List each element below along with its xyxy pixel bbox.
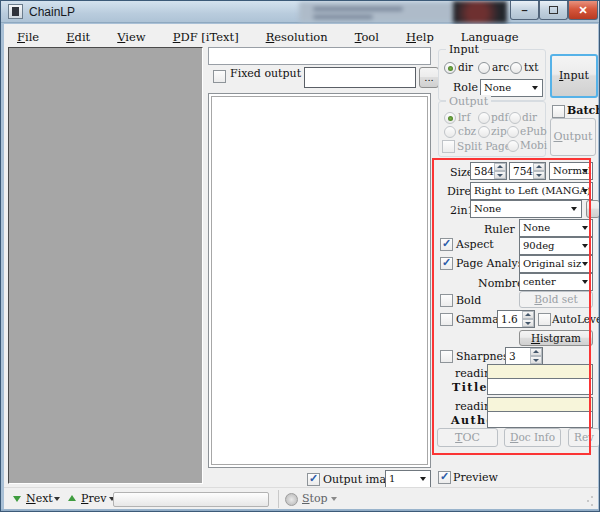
spinner-up-icon[interactable] [533,163,545,171]
batch-label: Batch [567,104,600,117]
aspect-checkbox[interactable]: ✓ [440,238,453,251]
sharpness-checkbox[interactable] [440,350,453,363]
histgram-button[interactable]: Histgram [519,330,593,346]
spinner-down-icon[interactable] [530,356,542,364]
rev-button[interactable]: Rev [568,428,600,447]
gamma-spinner[interactable]: 1.6 [497,310,535,328]
menu-pdf-itext[interactable]: PDF [iText] [170,28,242,46]
size-width-spinner[interactable]: 584 [470,162,507,180]
sharpness-spinner[interactable]: 3 [505,347,543,365]
output-image-checkbox[interactable]: ✓ [307,473,320,486]
spinner-down-icon[interactable] [522,319,534,327]
resize-grip[interactable] [587,500,589,502]
output-epub-radio[interactable] [507,126,519,138]
menu-file[interactable]: File [14,28,42,46]
chevron-down-icon [532,86,538,90]
maximize-button[interactable] [539,1,568,20]
preview-canvas[interactable] [211,96,428,465]
output-cbz-radio[interactable] [444,126,456,138]
spinner-down-icon[interactable] [533,171,545,179]
menu-edit[interactable]: Edit [63,28,93,46]
next-arrow-icon [13,496,21,502]
next-button[interactable]: Next [26,492,53,505]
output-pdf-radio[interactable] [478,112,490,124]
minimize-icon: – [521,4,527,16]
output-button[interactable]: Output [550,118,596,156]
output-path-field[interactable] [208,47,431,65]
menu-view[interactable]: View [114,28,148,46]
title-bar: ChainLP – ✕ [1,1,600,23]
input-arc-radio[interactable] [478,62,490,74]
author-input[interactable] [487,411,593,428]
chevron-down-icon [582,244,588,248]
output-mobi-radio[interactable] [507,140,519,152]
fixed-output-folder-checkbox[interactable] [213,70,226,83]
title-input[interactable] [487,378,593,395]
page-analys-checkbox[interactable]: ✓ [440,257,453,270]
bold-set-button[interactable]: Bold set [519,291,593,308]
output-zip-radio[interactable] [478,126,490,138]
direction-dropdown[interactable]: Right to Left (MANGA) [470,182,593,200]
client-area: File Edit View PDF [iText] Resolution To… [4,24,598,509]
spinner-up-icon[interactable] [494,163,506,171]
fixed-output-folder-input[interactable] [304,67,416,88]
separator [278,490,279,508]
stop-dropdown-icon[interactable] [331,497,337,501]
output-group-title: Output [446,95,491,108]
stop-button[interactable]: Stop [302,492,328,505]
size-mode-dropdown[interactable]: Normal [549,162,593,180]
window-title: ChainLP [29,5,75,19]
chevron-down-icon [420,477,426,481]
output-dir-radio[interactable] [509,112,521,124]
prev-button[interactable]: Prev [81,492,106,505]
input-arc-label: arc [492,61,509,73]
chevron-down-icon [571,207,577,211]
menu-tool[interactable]: Tool [352,28,382,46]
bold-checkbox[interactable] [440,294,453,307]
fixed-output-folder-label: Fixed output folde [230,67,309,80]
toc-button[interactable]: TOC [437,428,498,447]
page-analys-dropdown[interactable]: Original siz [519,255,593,273]
doc-info-button[interactable]: Doc Info [504,428,561,447]
close-button[interactable]: ✕ [568,1,598,20]
chevron-down-icon [582,169,588,173]
two-in-one-dropdown[interactable]: None [470,200,582,218]
split-page-checkbox[interactable] [442,140,455,153]
size-height-spinner[interactable]: 754 [509,162,546,180]
input-dir-label: dir [458,61,473,73]
minimize-button[interactable]: – [510,1,539,20]
input-dir-radio[interactable] [444,62,456,74]
chevron-down-icon [582,226,588,230]
output-lrf-radio[interactable] [444,112,456,124]
nombre-dropdown[interactable]: center [519,273,593,291]
prev-arrow-icon [68,495,76,501]
aspect-label: Aspect [456,238,494,251]
file-list[interactable] [8,47,203,484]
aspect-dropdown[interactable]: 90deg [519,237,593,255]
output-dir-label: dir [522,111,537,123]
input-txt-radio[interactable] [510,62,522,74]
chevron-down-icon [582,189,588,193]
gamma-checkbox[interactable] [440,313,453,326]
browse-button[interactable]: ... [419,67,439,88]
output-image-dropdown[interactable]: 1 [385,470,431,488]
app-icon [8,4,23,19]
blurred-overlay-window [299,2,455,22]
input-button[interactable]: Input [550,54,598,98]
preview-checkbox[interactable]: ✓ [438,471,451,484]
spinner-up-icon[interactable] [530,348,542,356]
menu-resolution[interactable]: Resolution [263,28,331,46]
next-dropdown-icon[interactable] [54,497,60,501]
spinner-up-icon[interactable] [522,311,534,319]
menu-help[interactable]: Help [403,28,437,46]
close-icon: ✕ [578,4,587,17]
gamma-label: Gamma [456,313,499,326]
clipped-small-button[interactable] [586,200,600,218]
autolevel-checkbox[interactable] [538,313,551,326]
spinner-down-icon[interactable] [494,171,506,179]
chevron-down-icon [582,280,588,284]
autolevel-label: AutoLevel [552,313,600,325]
batch-checkbox[interactable] [552,105,565,118]
stop-icon [285,493,298,506]
ruler-dropdown[interactable]: None [519,219,593,237]
